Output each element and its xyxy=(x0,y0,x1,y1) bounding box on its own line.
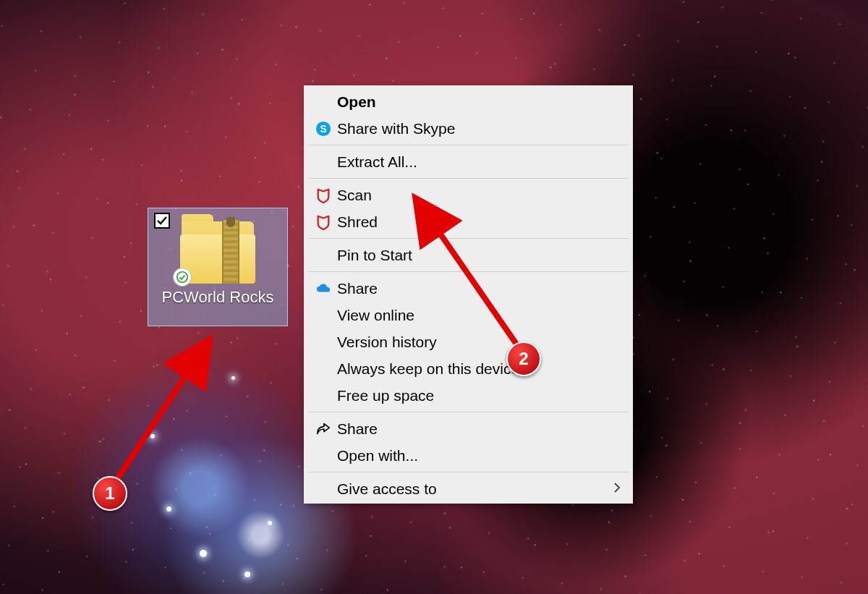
desktop-item-label: PCWorld Rocks xyxy=(158,288,278,307)
desktop-zip-file[interactable]: PCWorld Rocks xyxy=(148,208,288,326)
menu-item-label: Version history xyxy=(337,334,621,351)
menu-item-label: Share xyxy=(337,420,621,438)
menu-item-mcafee-shred[interactable]: Shred xyxy=(305,208,631,235)
star xyxy=(200,550,207,557)
star xyxy=(166,506,171,512)
mcafee-icon xyxy=(310,187,337,203)
selection-checkbox-icon xyxy=(154,213,170,229)
menu-item-keep-device[interactable]: Always keep on this device xyxy=(305,355,631,382)
menu-item-label: Scan xyxy=(337,187,621,204)
star xyxy=(268,521,272,525)
menu-item-label: Free up space xyxy=(337,387,621,404)
menu-item-label: Share xyxy=(337,280,621,297)
menu-item-version-history[interactable]: Version history xyxy=(305,328,631,355)
svg-point-0 xyxy=(177,272,187,282)
star xyxy=(244,572,250,577)
menu-item-free-space[interactable]: Free up space xyxy=(305,382,631,409)
menu-separator xyxy=(308,412,629,412)
menu-separator xyxy=(308,472,629,472)
star xyxy=(231,376,235,380)
menu-item-label: Open with... xyxy=(337,447,621,464)
menu-item-onedrive-share[interactable]: Share xyxy=(305,275,631,302)
chevron-right-icon xyxy=(613,480,621,498)
star xyxy=(150,434,155,438)
zip-folder-icon xyxy=(177,214,258,284)
context-menu: OpenSShare with SkypeExtract All...ScanS… xyxy=(304,85,633,504)
onedrive-sync-badge-icon xyxy=(173,268,192,287)
menu-separator xyxy=(308,178,629,179)
menu-item-view-online[interactable]: View online xyxy=(305,302,631,328)
menu-item-label: Give access to xyxy=(337,480,613,498)
mcafee-icon xyxy=(310,214,337,230)
skype-icon: S xyxy=(310,121,337,137)
menu-item-share[interactable]: Share xyxy=(305,415,631,442)
menu-item-label: Open xyxy=(337,93,621,111)
share-arrow-icon xyxy=(310,421,337,437)
menu-item-mcafee-scan[interactable]: Scan xyxy=(305,182,631,208)
svg-text:S: S xyxy=(320,123,326,134)
menu-item-extract-all[interactable]: Extract All... xyxy=(305,148,631,175)
menu-separator xyxy=(308,271,629,272)
menu-separator xyxy=(308,145,629,145)
menu-item-label: Extract All... xyxy=(337,153,621,171)
menu-item-label: Shred xyxy=(337,213,621,231)
menu-item-open[interactable]: Open xyxy=(305,88,631,115)
menu-item-pin-start[interactable]: Pin to Start xyxy=(305,242,631,268)
menu-separator xyxy=(308,238,629,239)
menu-item-label: Always keep on this device xyxy=(337,360,621,378)
onedrive-icon xyxy=(310,281,337,297)
menu-item-label: Pin to Start xyxy=(337,247,621,264)
menu-item-share-skype[interactable]: SShare with Skype xyxy=(305,115,631,142)
menu-item-open-with[interactable]: Open with... xyxy=(305,442,631,469)
menu-item-give-access[interactable]: Give access to xyxy=(305,475,631,502)
menu-item-label: View online xyxy=(337,307,621,324)
menu-item-label: Share with Skype xyxy=(337,120,621,137)
